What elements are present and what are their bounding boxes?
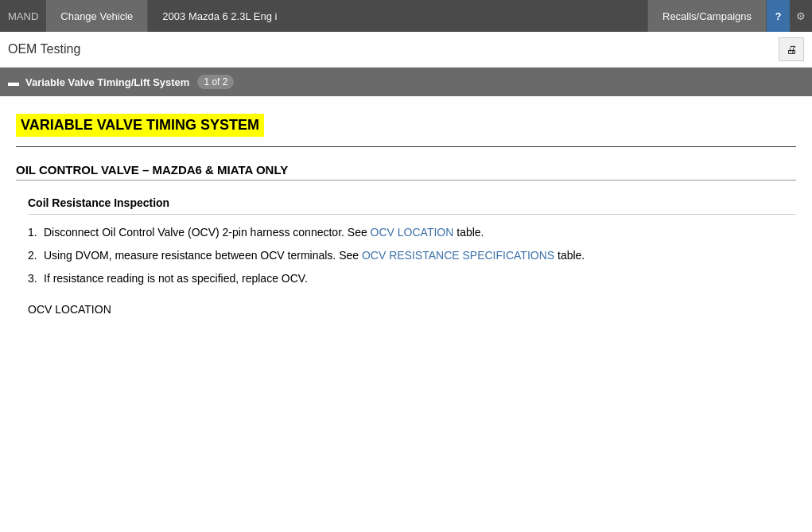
change-vehicle-button[interactable]: Change Vehicle [46,0,148,32]
step-number: 2. [28,247,44,264]
inspection-divider [28,214,796,215]
print-button[interactable]: 🖨 [779,37,804,61]
recalls-campaigns-button[interactable]: Recalls/Campaigns [647,0,766,32]
section-header-bar: ▬ Variable Valve Timing/Lift System 1 of… [0,68,812,96]
ocv-resistance-link[interactable]: OCV RESISTANCE SPECIFICATIONS [362,249,554,262]
subsection-divider [16,180,796,181]
step-number: 1. [28,224,44,241]
step-text: Disconnect Oil Control Valve (OCV) 2-pin… [44,224,484,241]
main-divider [16,146,796,147]
vehicle-info: 2003 Mazda 6 2.3L Eng i [148,0,647,32]
help-button[interactable]: ? [766,0,790,32]
page-badge: 1 of 2 [197,75,234,89]
list-item: 2. Using DVOM, measure resistance betwee… [28,247,796,264]
top-nav-bar: MAND Change Vehicle 2003 Mazda 6 2.3L En… [0,0,812,32]
subsection-title: OIL CONTROL VALVE – MAZDA6 & MIATA ONLY [16,163,796,177]
main-content: VARIABLE VALVE TIMING SYSTEM OIL CONTROL… [0,96,812,332]
command-label: MAND [0,10,46,22]
inspection-title: Coil Resistance Inspection [28,196,796,209]
oem-title: OEM Testing [8,42,80,56]
oem-bar: OEM Testing 🖨 [0,32,812,68]
main-heading: VARIABLE VALVE TIMING SYSTEM [16,114,264,137]
settings-button[interactable]: ⚙ [790,0,812,32]
print-icon: 🖨 [787,44,797,56]
step-text: If resistance reading is not as specifie… [44,270,308,287]
step-number: 3. [28,270,44,287]
ocv-location-link[interactable]: OCV LOCATION [371,226,454,239]
collapse-icon[interactable]: ▬ [8,76,19,88]
step-text: Using DVOM, measure resistance between O… [44,247,585,264]
list-item: 1. Disconnect Oil Control Valve (OCV) 2-… [28,224,796,241]
section-title: Variable Valve Timing/Lift System [25,76,189,88]
list-item: 3. If resistance reading is not as speci… [28,270,796,287]
steps-list: 1. Disconnect Oil Control Valve (OCV) 2-… [28,224,796,287]
ocv-location-title: OCV LOCATION [28,303,796,316]
